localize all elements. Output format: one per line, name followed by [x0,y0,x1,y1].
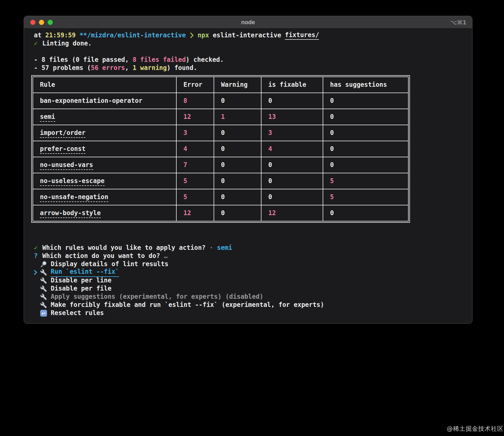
fixable-count: 3 [261,125,323,141]
warning-count: 0 [214,189,261,205]
table-row: semi 12 1 13 0 [33,109,408,125]
fixable-count: 4 [261,141,323,157]
fixable-count: 13 [261,109,323,125]
command-target-link[interactable]: fixtures/ [285,31,319,40]
error-count: 5 [176,189,214,205]
option-label: Disable per line [51,276,111,285]
wrench-icon [40,277,51,284]
option-display-details[interactable]: Display details of lint results [34,260,472,268]
error-count: 8 [176,93,214,109]
wrench-icon [40,302,51,308]
wrench-icon [40,269,51,276]
zoom-button[interactable] [48,20,53,25]
option-label: Make forcibly fixable and run `eslint --… [51,301,324,309]
check-icon: ✓ [34,39,42,48]
table-row: prefer-const 4 0 4 0 [33,141,408,157]
files-failed-count: 8 files failed [133,56,186,64]
error-count: 3 [176,125,214,141]
suggestions-count: 5 [323,173,408,189]
option-label: Run `eslint --fix` [51,268,119,277]
warning-count: 0 [214,125,261,141]
suggestions-count: 0 [323,205,408,221]
question-mark-icon: ? [34,252,42,260]
header-rule: Rule [33,77,176,93]
fixable-count: 0 [261,157,323,173]
watermark: @稀土掘金技术社区 [447,425,503,433]
errors-count: 56 errors [91,64,125,72]
header-warning: Warning [214,77,261,93]
rule-name: ban-exponentiation-operator [40,97,142,104]
error-count: 7 [176,157,214,173]
option-label: Disable per file [51,285,111,293]
prompt-time: 21:59:59 [45,31,76,39]
option-apply-suggestions: Apply suggestions (experimental, for exp… [34,293,472,301]
rule-link[interactable]: prefer-const [40,145,85,154]
fixable-count: 12 [261,205,323,221]
wrench-icon [40,285,51,292]
problems-summary-line: - 57 problems (56 errors, 1 warning) fou… [34,64,472,72]
problems-summary-mid: , [125,64,133,72]
lint-results-table: Rule Error Warning is fixable has sugges… [31,75,410,223]
command-npx: npx [198,31,209,39]
fixable-count: 0 [261,93,323,109]
title-bar[interactable]: node ⌥⌘1 [24,16,472,29]
suggestions-count: 0 [323,109,408,125]
option-disable-per-line[interactable]: Disable per line [34,276,472,285]
table-header-row: Rule Error Warning is fixable has sugges… [33,77,408,93]
rule-link[interactable]: semi [40,113,55,122]
option-label: Apply suggestions (experimental, for exp… [51,293,263,301]
rule-link[interactable]: import/order [40,129,85,138]
prompt-line: at 21:59:59 **/mizdra/eslint-interactive… [34,31,472,39]
table-row: no-unused-vars 7 0 0 0 [33,157,408,173]
action-select-section: ✓Which rules would you like to apply act… [34,244,472,317]
window-title: node [241,19,255,26]
warning-count: 1 warning [133,64,167,72]
error-count: 5 [176,173,214,189]
option-make-forcibly-fixable[interactable]: Make forcibly fixable and run `eslint --… [34,301,472,309]
tab-shortcut-hint: ⌥⌘1 [450,16,466,29]
rule-link[interactable]: no-unused-vars [40,161,93,170]
rule-link[interactable]: arrow-body-style [40,209,101,218]
table-row: import/order 3 0 3 0 [33,125,408,141]
answer-separator [205,244,209,252]
suggestions-count: 5 [323,189,408,205]
rule-link[interactable]: no-useless-escape [40,177,105,186]
action-question-text: Which action do you want to do? [42,252,160,260]
return-icon: ↩ [40,310,51,317]
error-count: 12 [176,205,214,221]
error-count: 12 [176,109,214,125]
problems-summary-suffix: ) found. [167,64,197,72]
rules-question-line: ✓Which rules would you like to apply act… [34,244,472,252]
wrench-icon [40,293,51,300]
rules-answer: semi [217,244,232,252]
magnifier-icon [40,261,51,268]
option-disable-per-file[interactable]: Disable per file [34,285,472,293]
files-summary-line: - 8 files (0 file passed, 8 files failed… [34,56,472,64]
problems-summary-prefix: - 57 problems ( [34,64,91,72]
files-summary-suffix: ) checked. [186,56,224,64]
warning-count: 0 [214,205,261,221]
option-reselect-rules[interactable]: ↩ Reselect rules [34,309,472,317]
action-question-line: ?Which action do you want to do? … [34,252,472,260]
table-row: arrow-body-style 12 0 12 0 [33,205,408,221]
warning-count: 1 [214,109,261,125]
option-run-eslint-fix[interactable]: Run `eslint --fix` [34,268,472,276]
table-row: no-useless-escape 5 0 0 5 [33,173,408,189]
header-error: Error [176,77,214,93]
option-label: Display details of lint results [51,260,168,268]
rules-question-text: Which rules would you like to apply acti… [42,244,205,252]
close-button[interactable] [30,20,35,25]
files-summary-prefix: - 8 files (0 file passed, [34,56,133,64]
fixable-count: 0 [261,189,323,205]
rule-link[interactable]: no-unsafe-negation [40,193,108,202]
check-icon: ✓ [34,244,42,252]
header-fixable: is fixable [261,77,323,93]
minimize-button[interactable] [39,20,44,25]
suggestions-count: 0 [323,125,408,141]
terminal-window: node ⌥⌘1 at 21:59:59 **/mizdra/eslint-in… [24,16,472,324]
suggestions-count: 0 [323,141,408,157]
table-row: no-unsafe-negation 5 0 0 5 [33,189,408,205]
warning-count: 0 [214,141,261,157]
command-args: eslint-interactive [209,31,285,39]
linting-done-text: Linting done. [42,39,92,48]
